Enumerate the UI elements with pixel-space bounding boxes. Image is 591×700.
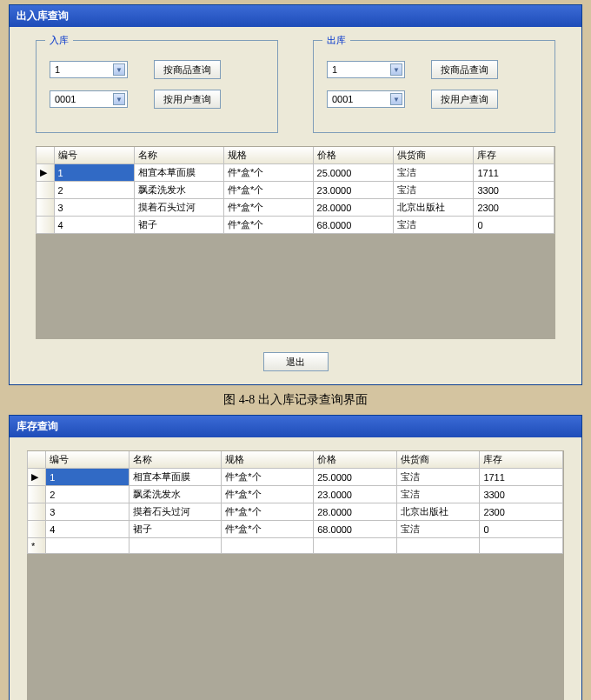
in-panel-label: 入库 [45, 34, 73, 47]
table-row[interactable]: 4裙子件*盒*个68.0000宝洁0 [37, 217, 554, 234]
figure-caption-1: 图 4-8 出入库记录查询界面 [0, 392, 591, 408]
col-price[interactable]: 价格 [313, 147, 393, 164]
table-row[interactable]: 3摸着石头过河件*盒*个28.0000北京出版社2300 [28, 503, 563, 521]
stock-query-window: 库存查询 编号 名称 规格 价格 供货商 库存 ▶1相宜本草面膜件*盒*个25.… [9, 415, 582, 700]
table-row[interactable]: 2飘柔洗发水件*盒*个23.0000宝洁3300 [28, 486, 563, 503]
col-id[interactable]: 编号 [46, 451, 129, 469]
in-user-combo[interactable]: 0001▼ [50, 90, 128, 108]
table-row[interactable]: ▶1相宜本草面膜件*盒*个25.0000宝洁1711 [28, 469, 563, 486]
window-title: 库存查询 [10, 416, 581, 437]
col-supplier[interactable]: 供货商 [393, 147, 473, 164]
chevron-down-icon: ▼ [390, 63, 402, 76]
in-user-query-button[interactable]: 按用户查询 [154, 90, 221, 109]
window-title: 出入库查询 [10, 5, 581, 27]
inout-query-window: 出入库查询 入库 1▼ 按商品查询 0001▼ 按用户查询 出库 1▼ 按商品查… [9, 4, 582, 385]
out-product-combo[interactable]: 1▼ [327, 61, 405, 78]
col-spec[interactable]: 规格 [223, 147, 313, 164]
exit-button[interactable]: 退出 [263, 352, 329, 371]
col-id[interactable]: 编号 [54, 147, 134, 164]
col-stock[interactable]: 库存 [474, 147, 554, 164]
chevron-down-icon: ▼ [390, 93, 402, 105]
table-row[interactable]: 3摸着石头过河件*盒*个28.0000北京出版社2300 [37, 199, 554, 217]
chevron-down-icon: ▼ [113, 63, 125, 76]
in-product-combo[interactable]: 1▼ [50, 61, 128, 78]
out-user-query-button[interactable]: 按用户查询 [431, 90, 498, 109]
col-name[interactable]: 名称 [129, 451, 221, 469]
table-row[interactable]: 2飘柔洗发水件*盒*个23.0000宝洁3300 [37, 182, 554, 199]
inout-grid[interactable]: 编号 名称 规格 价格 供货商 库存 ▶1相宜本草面膜件*盒*个25.0000宝… [36, 147, 554, 234]
table-row[interactable]: 4裙子件*盒*个68.0000宝洁0 [28, 521, 563, 538]
out-product-query-button[interactable]: 按商品查询 [431, 60, 498, 79]
col-price[interactable]: 价格 [314, 451, 397, 469]
col-supplier[interactable]: 供货商 [396, 451, 480, 469]
in-product-query-button[interactable]: 按商品查询 [154, 60, 221, 79]
stock-grid[interactable]: 编号 名称 规格 价格 供货商 库存 ▶1相宜本草面膜件*盒*个25.0000宝… [27, 451, 563, 554]
table-row-new[interactable]: * [28, 538, 563, 554]
col-stock[interactable]: 库存 [480, 451, 563, 469]
table-row[interactable]: ▶1相宜本草面膜件*盒*个25.0000宝洁1711 [37, 164, 554, 182]
col-name[interactable]: 名称 [135, 147, 224, 164]
out-panel-label: 出库 [322, 34, 350, 47]
in-panel: 入库 1▼ 按商品查询 0001▼ 按用户查询 [36, 40, 278, 133]
out-user-combo[interactable]: 0001▼ [327, 90, 405, 108]
out-panel: 出库 1▼ 按商品查询 0001▼ 按用户查询 [313, 40, 555, 133]
col-spec[interactable]: 规格 [222, 451, 314, 469]
chevron-down-icon: ▼ [113, 93, 125, 105]
